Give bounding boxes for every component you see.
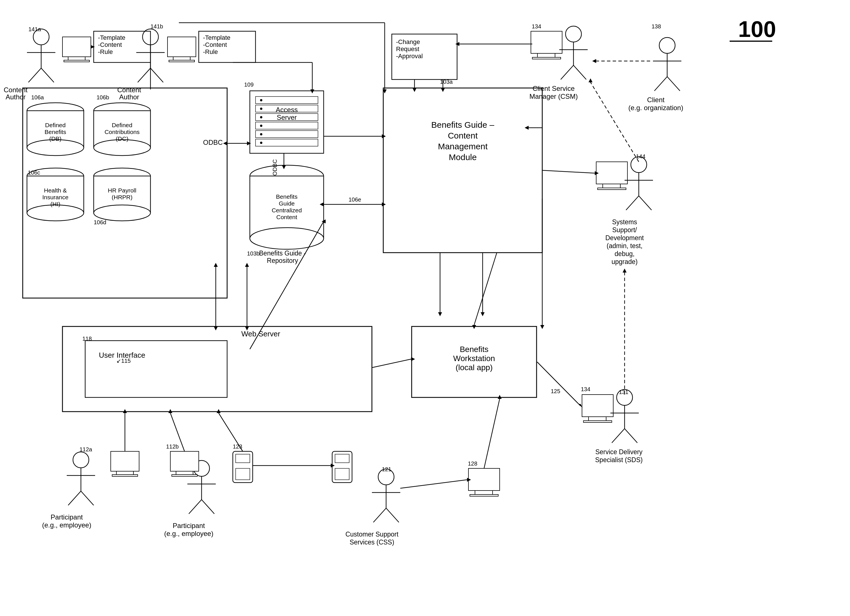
svg-rect-176 — [584, 421, 612, 422]
svg-text:106a: 106a — [31, 94, 44, 100]
svg-text:Client: Client — [647, 96, 664, 104]
svg-line-208 — [68, 491, 81, 505]
svg-rect-223 — [171, 452, 199, 471]
svg-text:Content: Content — [448, 131, 478, 140]
svg-text:Client Service: Client Service — [533, 85, 575, 92]
svg-point-134 — [566, 26, 581, 42]
svg-line-182 — [625, 429, 638, 443]
svg-text:Module: Module — [449, 153, 477, 162]
svg-marker-198 — [480, 312, 485, 316]
svg-text:141b: 141b — [150, 23, 163, 30]
svg-text:134: 134 — [532, 23, 541, 30]
svg-text:121: 121 — [382, 466, 391, 472]
svg-line-87 — [41, 68, 54, 82]
svg-text:Content: Content — [117, 86, 141, 94]
svg-text:-Content: -Content — [203, 41, 227, 48]
svg-text:Access: Access — [276, 106, 298, 114]
svg-line-235 — [218, 413, 243, 452]
svg-line-148 — [654, 77, 667, 91]
svg-text:Management: Management — [438, 142, 488, 151]
svg-text:134: 134 — [581, 386, 590, 392]
svg-line-172 — [591, 82, 639, 162]
svg-text:(e.g., employee): (e.g., employee) — [42, 521, 91, 529]
svg-marker-173 — [588, 78, 593, 82]
svg-rect-191 — [468, 468, 500, 490]
svg-text:Author: Author — [6, 93, 26, 101]
svg-marker-154 — [592, 59, 596, 63]
svg-line-161 — [626, 196, 639, 210]
svg-text:Service Delivery: Service Delivery — [596, 448, 643, 456]
svg-point-14 — [94, 205, 150, 221]
svg-rect-89 — [68, 57, 85, 60]
svg-point-40 — [260, 125, 262, 127]
svg-text:Request: Request — [396, 45, 419, 52]
svg-text:Systems: Systems — [612, 218, 637, 226]
svg-rect-88 — [63, 37, 91, 57]
svg-text:Author: Author — [119, 93, 139, 101]
svg-rect-212 — [112, 475, 138, 476]
svg-text:Benefits: Benefits — [45, 129, 66, 135]
svg-text:144: 144 — [636, 153, 645, 160]
svg-line-209 — [81, 491, 94, 505]
svg-text:Participant: Participant — [51, 513, 83, 521]
svg-text:debug,: debug, — [615, 250, 635, 257]
diagram-svg: 100 Defined Benefits (DB) Defined Contri… — [0, 0, 850, 616]
svg-rect-210 — [111, 452, 139, 471]
svg-text:106d: 106d — [94, 219, 106, 226]
svg-text:-Approval: -Approval — [396, 52, 423, 60]
svg-text:Centralized: Centralized — [272, 207, 302, 214]
svg-text:ODBC: ODBC — [272, 159, 278, 176]
svg-text:(e.g., employee): (e.g., employee) — [164, 530, 213, 537]
svg-text:Customer Support: Customer Support — [346, 531, 399, 538]
svg-text:Benefits Guide –: Benefits Guide – — [431, 120, 494, 129]
svg-text:109: 109 — [244, 81, 253, 88]
svg-text:(HI): (HI) — [51, 201, 60, 207]
svg-point-145 — [659, 37, 675, 53]
svg-text:↙115: ↙115 — [117, 358, 130, 364]
svg-rect-224 — [176, 471, 193, 475]
svg-rect-75 — [85, 341, 227, 398]
svg-text:Benefits Guide -: Benefits Guide - — [259, 250, 306, 257]
svg-marker-263 — [540, 325, 544, 329]
svg-rect-193 — [470, 495, 498, 496]
svg-text:Repository: Repository — [267, 257, 298, 264]
svg-marker-49 — [223, 141, 227, 145]
svg-rect-63 — [383, 88, 542, 253]
svg-rect-90 — [64, 60, 90, 62]
svg-marker-255 — [214, 263, 218, 267]
svg-text:Contributions: Contributions — [105, 129, 140, 135]
svg-text:(DB): (DB) — [49, 135, 61, 142]
svg-point-39 — [260, 116, 262, 118]
svg-text:125: 125 — [551, 388, 560, 394]
svg-rect-155 — [596, 162, 627, 184]
svg-text:Workstation: Workstation — [453, 354, 495, 363]
svg-text:(local app): (local app) — [456, 363, 493, 372]
svg-line-108 — [150, 68, 163, 82]
svg-text:-Content: -Content — [98, 41, 122, 48]
svg-text:112a: 112a — [79, 446, 92, 453]
svg-line-188 — [537, 362, 581, 406]
svg-text:Health &: Health & — [44, 187, 67, 194]
svg-line-138 — [573, 65, 586, 79]
svg-text:(e.g. organization): (e.g. organization) — [628, 104, 683, 112]
svg-text:Benefits: Benefits — [459, 345, 488, 354]
svg-line-246 — [386, 508, 399, 522]
svg-text:Content: Content — [4, 86, 27, 94]
svg-text:128: 128 — [468, 461, 477, 467]
svg-text:Content: Content — [276, 214, 297, 220]
svg-rect-131 — [537, 53, 555, 57]
svg-point-11 — [27, 205, 84, 221]
svg-text:Manager (CSM): Manager (CSM) — [530, 93, 578, 100]
svg-line-162 — [639, 196, 651, 210]
svg-text:-Rule: -Rule — [98, 48, 113, 55]
svg-point-38 — [260, 108, 262, 110]
svg-text:-Template: -Template — [203, 34, 230, 41]
svg-text:Benefits: Benefits — [276, 193, 298, 200]
svg-rect-110 — [173, 57, 190, 60]
svg-line-149 — [667, 77, 680, 91]
svg-rect-211 — [117, 471, 133, 475]
svg-marker-187 — [623, 269, 627, 272]
svg-text:-Change: -Change — [396, 38, 420, 45]
diagram-container: 100 Defined Benefits (DB) Defined Contri… — [0, 0, 850, 616]
svg-line-252 — [400, 480, 467, 488]
